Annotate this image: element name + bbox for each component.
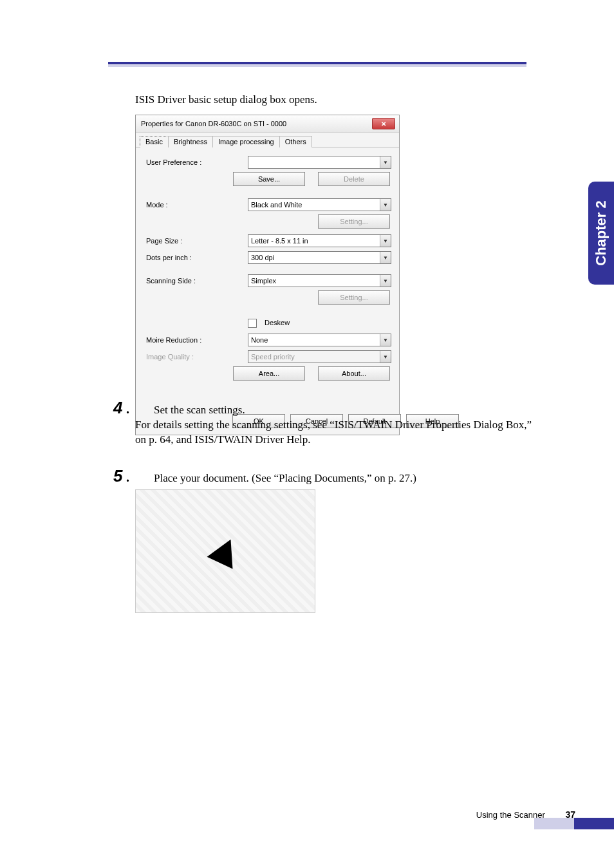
dpi-value: 300 dpi [251, 254, 274, 261]
page-size-value: Letter - 8.5 x 11 in [251, 237, 308, 245]
footer-section: Using the Scanner [476, 810, 545, 820]
deskew-checkbox[interactable] [248, 319, 257, 328]
step-4-line2: For details setting the scanning setting… [135, 418, 535, 448]
image-quality-combo: Speed priority ▼ [248, 350, 391, 363]
tab-others[interactable]: Others [279, 136, 312, 147]
about-button[interactable]: About... [318, 366, 390, 381]
scanning-side-combo[interactable]: Simplex ▼ [248, 274, 391, 287]
delete-button[interactable]: Delete [318, 172, 390, 186]
step-5-line1: Place your document. (See “Placing Docum… [154, 472, 416, 484]
step-5-number: 5 [113, 466, 126, 486]
tab-brightness[interactable]: Brightness [168, 136, 213, 147]
image-quality-value: Speed priority [251, 353, 295, 361]
step-4: 4. Set the scan settings. For details se… [113, 398, 535, 448]
intro-text: ISIS Driver basic setup dialog box opens… [135, 93, 317, 106]
label-moire: Moire Reduction : [146, 336, 248, 344]
scanning-side-value: Simplex [251, 277, 276, 285]
close-button[interactable]: ✕ [372, 118, 395, 129]
label-page-size: Page Size : [146, 237, 248, 245]
label-deskew: Deskew [265, 319, 290, 328]
chevron-down-icon: ▼ [380, 199, 391, 211]
dpi-combo[interactable]: 300 dpi ▼ [248, 251, 391, 264]
save-button[interactable]: Save... [233, 172, 305, 186]
step-4-number: 4 [113, 398, 126, 418]
chevron-down-icon: ▼ [380, 351, 391, 363]
footer-bar [574, 818, 614, 829]
user-preference-combo[interactable]: ▼ [248, 156, 391, 169]
dialog-titlebar: Properties for Canon DR-6030C on STI - 0… [136, 115, 399, 133]
step-4-line1: Set the scan settings. [154, 404, 245, 416]
page-footer: Using the Scanner 37 [108, 809, 575, 820]
page-size-combo[interactable]: Letter - 8.5 x 11 in ▼ [248, 234, 391, 247]
label-image-quality: Image Quality : [146, 353, 248, 361]
chevron-down-icon: ▼ [380, 156, 391, 168]
dialog-tabs: Basic Brightness Image processing Others [136, 133, 399, 147]
chevron-down-icon: ▼ [380, 235, 391, 247]
tab-basic[interactable]: Basic [140, 136, 169, 147]
chevron-down-icon: ▼ [380, 252, 391, 263]
mode-setting-button[interactable]: Setting... [318, 214, 390, 229]
area-button[interactable]: Area... [233, 366, 305, 381]
label-mode: Mode : [146, 201, 248, 209]
mode-value: Black and White [251, 201, 302, 209]
mode-combo[interactable]: Black and White ▼ [248, 198, 391, 211]
chevron-down-icon: ▼ [380, 275, 391, 287]
header-rule-thin [108, 66, 526, 66]
moire-combo[interactable]: None ▼ [248, 334, 391, 346]
scanner-illustration [135, 489, 315, 613]
header-rule-thick [108, 62, 526, 64]
chapter-label: Chapter 2 [593, 200, 609, 265]
label-dpi: Dots per inch : [146, 254, 248, 261]
insert-arrow-icon [207, 534, 244, 569]
chevron-down-icon: ▼ [380, 334, 391, 346]
tab-image-processing[interactable]: Image processing [212, 136, 280, 147]
moire-value: None [251, 336, 268, 344]
step-5: 5. Place your document. (See “Placing Do… [113, 466, 535, 486]
dialog-title: Properties for Canon DR-6030C on STI - 0… [141, 120, 286, 127]
scanning-side-setting-button[interactable]: Setting... [318, 290, 390, 305]
label-scanning-side: Scanning Side : [146, 277, 248, 285]
label-user-preference: User Preference : [146, 158, 248, 166]
chapter-side-tab: Chapter 2 [588, 182, 614, 285]
isis-properties-dialog: Properties for Canon DR-6030C on STI - 0… [135, 115, 400, 435]
dialog-form: User Preference : ▼ Save... Delete Mode … [136, 147, 399, 409]
